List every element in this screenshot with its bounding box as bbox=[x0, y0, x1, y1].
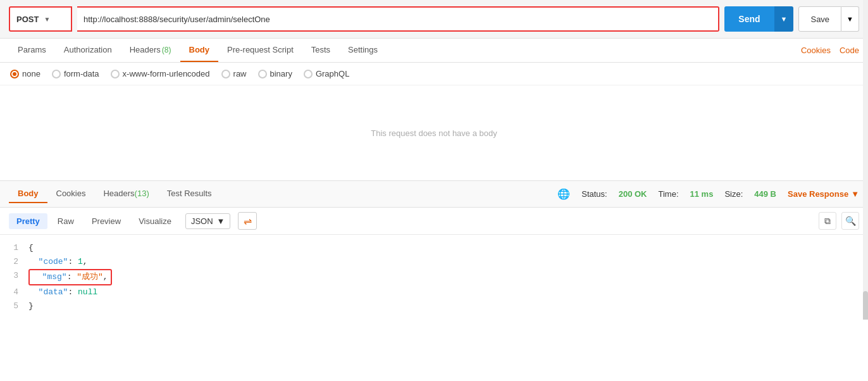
headers-badge: (8) bbox=[162, 46, 171, 54]
code-line-1: 1 { bbox=[0, 241, 868, 255]
response-status-bar: 🌐 Status: 200 OK Time: 11 ms Size: 449 B… bbox=[557, 188, 859, 200]
save-response-button[interactable]: Save Response ▼ bbox=[788, 189, 859, 199]
method-chevron-icon: ▼ bbox=[44, 16, 50, 23]
time-value: 11 ms bbox=[690, 189, 714, 199]
radio-urlencoded[interactable]: x-www-form-urlencoded bbox=[111, 69, 210, 78]
resp-tab-headers[interactable]: Headers(13) bbox=[94, 185, 158, 203]
request-tabs-right: Cookies Code bbox=[801, 46, 859, 55]
tab-pre-request-script[interactable]: Pre-request Script bbox=[218, 39, 302, 62]
resp-headers-badge: (13) bbox=[135, 189, 149, 198]
code-link[interactable]: Code bbox=[840, 46, 859, 55]
no-body-area: This request does not have a body bbox=[0, 85, 868, 180]
url-input-wrap bbox=[77, 6, 719, 32]
radio-dot-binary bbox=[258, 70, 267, 78]
no-body-message: This request does not have a body bbox=[371, 128, 497, 138]
resp-tab-cookies[interactable]: Cookies bbox=[47, 185, 95, 203]
scrollbar-thumb[interactable] bbox=[863, 291, 868, 320]
tab-settings[interactable]: Settings bbox=[339, 39, 387, 62]
wrap-button[interactable]: ⇌ bbox=[238, 212, 257, 230]
code-line-5: 5 } bbox=[0, 299, 868, 313]
radio-form-data[interactable]: form-data bbox=[52, 69, 99, 78]
format-type-chevron-icon: ▼ bbox=[217, 216, 225, 226]
radio-raw[interactable]: raw bbox=[221, 69, 247, 78]
tab-tests[interactable]: Tests bbox=[302, 39, 339, 62]
send-dropdown-button[interactable]: ▼ bbox=[774, 6, 794, 32]
tab-headers[interactable]: Headers(8) bbox=[121, 39, 180, 62]
radio-dot-graphql bbox=[304, 70, 313, 78]
radio-dot-none bbox=[10, 70, 19, 78]
code-line-3: 3 "msg": "成功", bbox=[0, 269, 868, 285]
wrap-icon: ⇌ bbox=[244, 215, 252, 227]
resp-tab-body[interactable]: Body bbox=[9, 185, 47, 203]
code-line-2: 2 "code": 1, bbox=[0, 255, 868, 269]
radio-dot-urlencoded bbox=[111, 70, 120, 78]
search-icon[interactable]: 🔍 bbox=[841, 212, 859, 230]
format-icons-right: ⧉ 🔍 bbox=[819, 212, 859, 230]
send-button[interactable]: Send bbox=[724, 6, 774, 32]
method-label: POST bbox=[16, 15, 39, 24]
radio-dot-raw bbox=[221, 70, 230, 78]
resp-tab-test-results[interactable]: Test Results bbox=[158, 185, 221, 203]
request-tabs-row: Params Authorization Headers(8) Body Pre… bbox=[0, 39, 868, 63]
fmt-btn-raw[interactable]: Raw bbox=[50, 213, 82, 229]
time-label: Time: bbox=[659, 189, 679, 199]
save-dropdown-button[interactable]: ▼ bbox=[841, 6, 859, 32]
radio-graphql[interactable]: GraphQL bbox=[304, 69, 349, 78]
url-input[interactable] bbox=[84, 15, 712, 24]
fmt-btn-preview[interactable]: Preview bbox=[84, 213, 128, 229]
scrollbar-track[interactable] bbox=[863, 0, 868, 320]
method-select[interactable]: POST ▼ bbox=[9, 6, 72, 32]
save-response-chevron-icon: ▼ bbox=[851, 189, 859, 199]
response-code-area: 1 { 2 "code": 1, 3 "msg": "成功", 4 "data"… bbox=[0, 235, 868, 320]
copy-icon[interactable]: ⧉ bbox=[819, 212, 836, 230]
radio-none[interactable]: none bbox=[10, 69, 40, 78]
format-bar: Pretty Raw Preview Visualize JSON ▼ ⇌ ⧉ … bbox=[0, 208, 868, 235]
status-value: 200 OK bbox=[619, 189, 647, 199]
radio-binary[interactable]: binary bbox=[258, 69, 292, 78]
body-options-row: none form-data x-www-form-urlencoded raw… bbox=[0, 63, 868, 85]
fmt-btn-visualize[interactable]: Visualize bbox=[131, 213, 179, 229]
response-tabs-row: Body Cookies Headers(13) Test Results 🌐 … bbox=[0, 180, 868, 208]
tab-params[interactable]: Params bbox=[9, 39, 55, 62]
send-btn-group: Send ▼ bbox=[724, 6, 793, 32]
code-line-4: 4 "data": null bbox=[0, 285, 868, 299]
tab-body[interactable]: Body bbox=[180, 39, 219, 62]
format-type-label: JSON bbox=[191, 216, 213, 226]
tab-authorization[interactable]: Authorization bbox=[55, 39, 121, 62]
radio-dot-form-data bbox=[52, 70, 61, 78]
fmt-btn-pretty[interactable]: Pretty bbox=[9, 213, 47, 229]
save-btn-group: Save ▼ bbox=[798, 6, 859, 32]
cookies-link[interactable]: Cookies bbox=[801, 46, 831, 55]
globe-icon: 🌐 bbox=[557, 188, 570, 200]
size-value: 449 B bbox=[754, 189, 776, 199]
status-label: Status: bbox=[581, 189, 607, 199]
highlighted-msg-line: "msg": "成功", bbox=[28, 269, 112, 285]
size-label: Size: bbox=[724, 189, 743, 199]
format-type-select[interactable]: JSON ▼ bbox=[185, 213, 231, 229]
request-bar: POST ▼ Send ▼ Save ▼ bbox=[0, 0, 868, 39]
save-button[interactable]: Save bbox=[798, 6, 841, 32]
